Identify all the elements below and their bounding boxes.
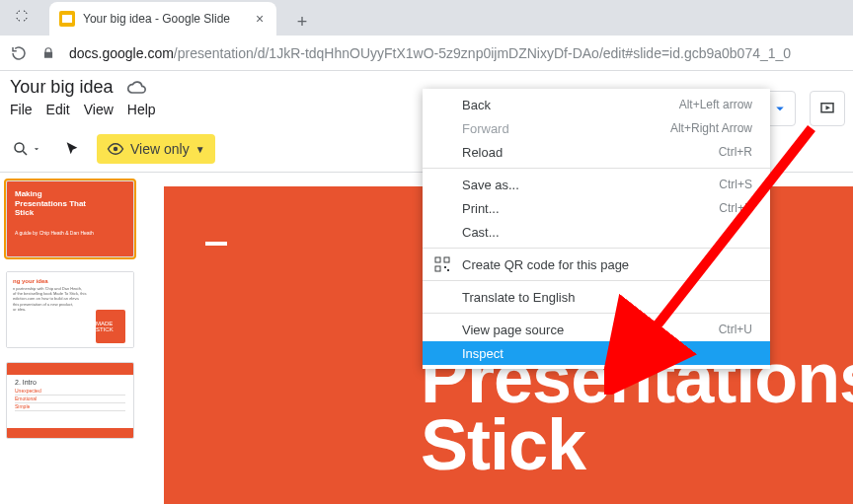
- ctx-forward-label: Forward: [462, 121, 509, 136]
- menu-edit[interactable]: Edit: [46, 102, 70, 117]
- thumb2-h: ng your idea: [13, 278, 127, 284]
- view-only-label: View only: [130, 141, 190, 157]
- select-tool-button[interactable]: [57, 134, 87, 164]
- ctx-saveas-shortcut: Ctrl+S: [719, 178, 752, 191]
- separator: [423, 280, 770, 281]
- separator: [423, 168, 770, 169]
- thumb1-line2: Presentations That: [15, 199, 125, 209]
- expand-window-icon[interactable]: [14, 8, 30, 24]
- present-button[interactable]: [810, 91, 845, 126]
- slides-favicon-icon: [59, 11, 75, 27]
- thumb3-title: 2. Intro: [15, 379, 125, 386]
- doc-title[interactable]: Your big idea: [10, 77, 113, 98]
- cloud-saved-icon[interactable]: [126, 78, 146, 98]
- ctx-view-source[interactable]: View page source Ctrl+U: [423, 318, 770, 341]
- ctx-save-as[interactable]: Save as... Ctrl+S: [423, 173, 770, 196]
- thumb1-line3: Stick: [15, 208, 125, 218]
- tab-strip: Your big idea - Google Slide × +: [0, 0, 853, 36]
- filmstrip: Making Presentations That Stick A guide …: [0, 173, 140, 504]
- ctx-back-label: Back: [462, 98, 491, 112]
- url-text[interactable]: docs.google.com/presentation/d/1JkR-tdqH…: [69, 45, 791, 61]
- svg-rect-4: [444, 257, 449, 262]
- slide-thumbnail-2[interactable]: ng your idea n partnership with Chip and…: [6, 271, 134, 348]
- ctx-forward-shortcut: Alt+Right Arrow: [670, 121, 752, 135]
- svg-rect-3: [435, 257, 440, 262]
- svg-rect-7: [447, 269, 449, 271]
- browser-tab[interactable]: Your big idea - Google Slide ×: [49, 2, 276, 36]
- ctx-back[interactable]: Back Alt+Left arrow: [423, 93, 770, 116]
- separator: [423, 248, 770, 249]
- ctx-print-shortcut: Ctrl+P: [719, 201, 752, 215]
- chevron-down-icon: ▼: [195, 144, 205, 155]
- address-bar: docs.google.com/presentation/d/1JkR-tdqH…: [0, 36, 853, 71]
- ctx-inspect-label: Inspect: [462, 346, 504, 361]
- reload-icon[interactable]: [10, 44, 28, 62]
- ctx-inspect[interactable]: Inspect: [423, 341, 770, 365]
- view-only-badge[interactable]: View only ▼: [97, 134, 215, 164]
- ctx-print-label: Print...: [462, 201, 500, 216]
- ctx-saveas-label: Save as...: [462, 178, 519, 192]
- separator: [423, 313, 770, 314]
- thumb3-r3: Simple: [15, 403, 125, 411]
- eye-icon: [107, 140, 124, 158]
- thumb1-sub: A guide by Chip Heath & Dan Heath: [15, 230, 125, 236]
- chevron-down-icon: [32, 144, 41, 154]
- new-tab-button[interactable]: +: [288, 8, 316, 36]
- ctx-source-label: View page source: [462, 323, 564, 337]
- ctx-source-shortcut: Ctrl+U: [719, 323, 752, 336]
- ctx-forward: Forward Alt+Right Arrow: [423, 116, 770, 140]
- url-host: docs.google.com: [69, 45, 174, 61]
- svg-rect-5: [435, 266, 440, 271]
- menu-view[interactable]: View: [84, 102, 114, 117]
- svg-point-1: [15, 143, 24, 152]
- ctx-qr[interactable]: Create QR code for this page: [423, 252, 770, 276]
- zoom-dropdown[interactable]: [6, 136, 47, 162]
- ctx-reload[interactable]: Reload Ctrl+R: [423, 140, 770, 164]
- svg-rect-6: [444, 266, 446, 268]
- ctx-cast-label: Cast...: [462, 225, 500, 240]
- menu-file[interactable]: File: [10, 102, 33, 117]
- thumb1-line1: Making: [15, 189, 125, 199]
- thumb3-r2: Emotional: [15, 396, 125, 403]
- ctx-cast[interactable]: Cast...: [423, 220, 770, 244]
- thumb3-r1: Unexpected: [15, 388, 125, 396]
- ctx-print[interactable]: Print... Ctrl+P: [423, 196, 770, 220]
- book-cover-icon: MADE STICK: [96, 310, 125, 343]
- dash-shape: [205, 242, 227, 246]
- tab-title: Your big idea - Google Slide: [83, 12, 245, 26]
- ctx-qr-label: Create QR code for this page: [462, 257, 629, 272]
- qr-code-icon: [434, 256, 450, 272]
- ctx-reload-label: Reload: [462, 145, 503, 160]
- context-menu: Back Alt+Left arrow Forward Alt+Right Ar…: [423, 89, 770, 369]
- menu-help[interactable]: Help: [127, 102, 156, 117]
- ctx-back-shortcut: Alt+Left arrow: [679, 98, 752, 111]
- slide-thumbnail-3[interactable]: 2. Intro Unexpected Emotional Simple: [6, 362, 134, 439]
- url-path: /presentation/d/1JkR-tdqHhnOUyyFtX1wO-5z…: [174, 45, 791, 61]
- close-tab-icon[interactable]: ×: [253, 12, 267, 26]
- ctx-translate-label: Translate to English: [462, 290, 575, 305]
- canvas-line2: Stick: [421, 411, 853, 478]
- svg-point-2: [114, 147, 118, 152]
- lock-icon[interactable]: [41, 46, 55, 60]
- ctx-translate[interactable]: Translate to English: [423, 285, 770, 309]
- slide-thumbnail-1[interactable]: Making Presentations That Stick A guide …: [6, 180, 134, 257]
- ctx-reload-shortcut: Ctrl+R: [719, 145, 752, 159]
